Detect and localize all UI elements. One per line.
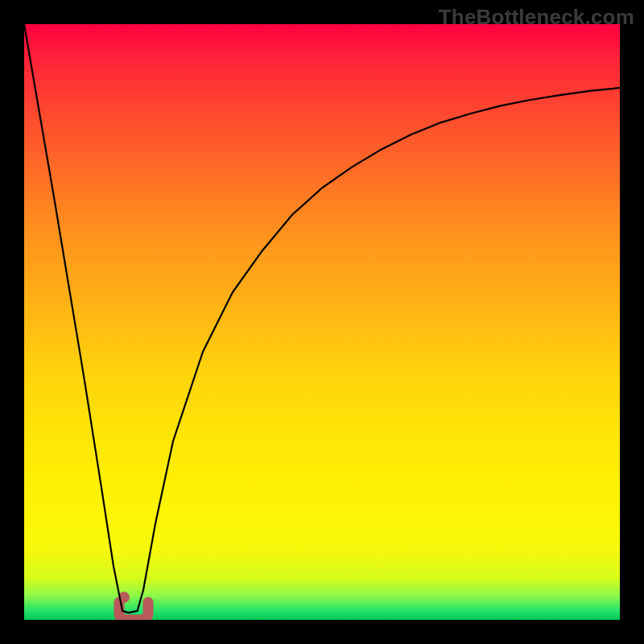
chart-frame: TheBottleneck.com	[0, 0, 644, 644]
bottleneck-curve	[24, 24, 620, 620]
plot-area	[24, 24, 620, 620]
